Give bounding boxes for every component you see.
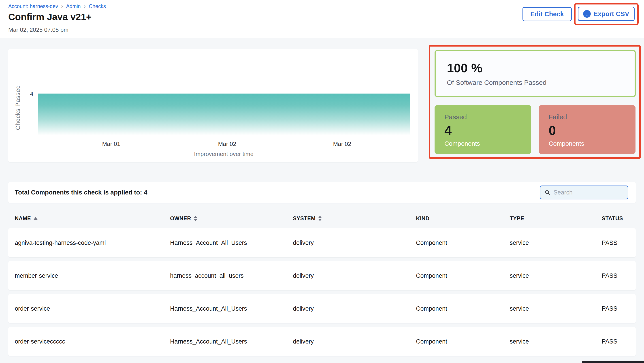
- passed-unit: Components: [444, 140, 531, 147]
- x-axis-tick: Mar 02: [205, 140, 250, 148]
- cell-name: agniva-testing-harness-code-yaml: [15, 240, 170, 246]
- cell-kind: Component: [416, 305, 510, 312]
- page-title: Confirm Java v21+: [8, 12, 92, 22]
- cell-name: order-serviceccccc: [15, 338, 170, 345]
- search-input[interactable]: [554, 189, 624, 196]
- cell-owner: Harness_Account_All_Users: [170, 338, 293, 345]
- check-timestamp: Mar 02, 2025 07:05 pm: [8, 26, 68, 33]
- percent-passed-value: 100 %: [447, 61, 634, 75]
- passed-label: Passed: [444, 113, 531, 121]
- x-axis-tick: Mar 01: [89, 140, 134, 148]
- components-summary-bar: Total Components this check is applied t…: [8, 182, 636, 203]
- failed-count-card: Failed 0 Components: [539, 105, 636, 154]
- chevron-right-icon: ›: [84, 3, 86, 10]
- column-header-kind: KIND: [416, 215, 510, 222]
- failed-label: Failed: [549, 113, 636, 121]
- cell-system: delivery: [293, 305, 416, 312]
- cell-name: member-service: [15, 272, 170, 279]
- search-icon: [544, 189, 550, 196]
- breadcrumb: Account: harness-dev › Admin › Checks: [8, 3, 106, 10]
- cell-type: service: [510, 240, 602, 246]
- column-header-status: STATUS: [602, 215, 636, 222]
- sort-ascending-icon: [34, 217, 38, 220]
- cell-system: delivery: [293, 240, 416, 246]
- table-row[interactable]: order-serviceccccc Harness_Account_All_U…: [8, 327, 636, 356]
- edit-check-button[interactable]: Edit Check: [522, 7, 572, 21]
- column-header-name[interactable]: NAME: [15, 215, 170, 222]
- passed-value: 4: [444, 124, 531, 137]
- area-series-checks-passed: [38, 94, 410, 135]
- table-row[interactable]: member-service harness_account_all_users…: [8, 261, 636, 290]
- cell-owner: Harness_Account_All_Users: [170, 305, 293, 312]
- table-row[interactable]: agniva-testing-harness-code-yaml Harness…: [8, 228, 636, 257]
- cell-status: PASS: [602, 305, 636, 312]
- column-header-type: TYPE: [510, 215, 602, 222]
- breadcrumb-admin-link[interactable]: Admin: [66, 3, 80, 10]
- total-components-label: Total Components this check is applied t…: [15, 189, 147, 196]
- cell-type: service: [510, 338, 602, 345]
- breadcrumb-account-link[interactable]: Account: harness-dev: [8, 3, 58, 10]
- checks-passed-chart-card: Checks Passed 4 Mar 01 Mar 02 Mar 02 Imp…: [8, 49, 418, 162]
- cell-kind: Component: [416, 240, 510, 246]
- cell-system: delivery: [293, 272, 416, 279]
- cell-status: PASS: [602, 240, 636, 246]
- passed-count-card: Passed 4 Components: [434, 105, 531, 154]
- cell-type: service: [510, 305, 602, 312]
- failed-unit: Components: [549, 140, 636, 147]
- breadcrumb-checks-link[interactable]: Checks: [89, 3, 106, 10]
- y-axis-tick: 4: [20, 90, 33, 97]
- x-axis-caption: Improvement over time: [157, 150, 291, 158]
- chevron-right-icon: ›: [61, 3, 63, 10]
- cell-status: PASS: [602, 272, 636, 279]
- export-csv-label: Export CSV: [594, 10, 629, 18]
- stats-annotation-box: 100 % Of Software Components Passed Pass…: [429, 45, 641, 159]
- cell-status: PASS: [602, 338, 636, 345]
- page-header: Account: harness-dev › Admin › Checks Co…: [0, 0, 644, 38]
- cell-kind: Component: [416, 272, 510, 279]
- search-box: [540, 186, 628, 200]
- x-axis-tick: Mar 02: [320, 140, 364, 148]
- table-header-row: NAME OWNER SYSTEM KIND TYPE STATUS: [8, 212, 636, 225]
- sort-both-icon: [318, 216, 322, 221]
- cell-owner: harness_account_all_users: [170, 272, 293, 279]
- table-row[interactable]: order-service Harness_Account_All_Users …: [8, 294, 636, 323]
- cell-name: order-service: [15, 305, 170, 312]
- export-csv-button[interactable]: ↓ Export CSV: [578, 7, 634, 21]
- cell-kind: Component: [416, 338, 510, 345]
- cell-type: service: [510, 272, 602, 279]
- column-header-owner[interactable]: OWNER: [170, 215, 293, 222]
- download-icon: ↓: [583, 10, 591, 18]
- percent-passed-caption: Of Software Components Passed: [447, 79, 634, 86]
- failed-value: 0: [549, 124, 636, 137]
- sort-both-icon: [194, 216, 197, 221]
- cell-system: delivery: [293, 338, 416, 345]
- export-annotation-box: ↓ Export CSV: [574, 3, 639, 25]
- column-header-system[interactable]: SYSTEM: [293, 215, 416, 222]
- percent-passed-card: 100 % Of Software Components Passed: [434, 50, 636, 97]
- y-axis-label: Checks Passed: [14, 76, 22, 139]
- cell-owner: Harness_Account_All_Users: [170, 240, 293, 246]
- partial-bottom-tooltip: [582, 361, 644, 363]
